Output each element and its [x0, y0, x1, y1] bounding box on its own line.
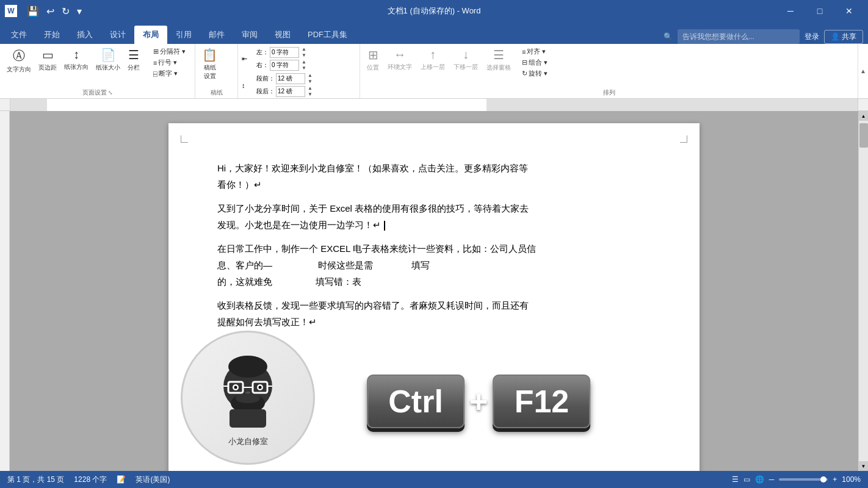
spacing-controls: 段前： ▲ ▼ 段后： ▲ ▼	[256, 73, 314, 98]
indent-left-row: 左： ▲ ▼	[256, 46, 308, 59]
document-scroll-area[interactable]: Hi，大家好！欢迎来到小龙自修室！（如果喜欢，点击关注。更多精彩内容等看你！）↵…	[10, 111, 858, 471]
send-backward-button[interactable]: ↓ 下移一层	[450, 46, 481, 73]
indent-right-down[interactable]: ▼	[300, 65, 308, 71]
tab-view[interactable]: 视图	[266, 26, 299, 44]
tab-insert[interactable]: 插入	[68, 26, 101, 44]
tab-review[interactable]: 审阅	[233, 26, 266, 44]
minimize-button[interactable]: ─	[776, 0, 805, 22]
bring-forward-label: 上移一层	[421, 63, 445, 71]
save-icon[interactable]: 💾	[24, 5, 42, 17]
close-button[interactable]: ✕	[835, 0, 863, 22]
page-setup-body: Ⓐ 文字方向 ▭ 页边距 ↕ 纸张方向 📄 纸张大小 ☰ 分栏	[4, 46, 191, 88]
spacing-before-row: 段前： ▲ ▼	[256, 73, 314, 85]
tab-layout[interactable]: 布局	[134, 26, 167, 44]
scrollbar-thumb[interactable]	[859, 123, 868, 148]
margins-label: 页边距	[38, 63, 57, 72]
hyphenation-button[interactable]: ⌸ 断字 ▾	[151, 68, 188, 79]
group-button[interactable]: ⊟ 组合 ▾	[519, 57, 550, 68]
ribbon-right-area: 🔍 登录 👤 共享	[664, 29, 868, 44]
spacing-before-up[interactable]: ▲	[306, 73, 314, 79]
scroll-up-button[interactable]: ▲	[859, 111, 869, 121]
search-input[interactable]	[678, 29, 800, 44]
scroll-down-button[interactable]: ▼	[859, 461, 869, 471]
zoom-thumb	[820, 476, 826, 483]
tab-design[interactable]: 设计	[101, 26, 134, 44]
paper-size-icon: 📄	[101, 48, 116, 62]
statusbar-right: ☰ ▭ 🌐 ─ + 100%	[732, 475, 861, 484]
svg-rect-1	[10, 99, 47, 111]
text-direction-button[interactable]: Ⓐ 文字方向	[4, 46, 34, 75]
doc-paragraph-2: 又到了小龙分享时间，关于 Excel 表格的使用有很多很的技巧，等待着大家去发现…	[217, 200, 651, 233]
tab-mailings[interactable]: 邮件	[200, 26, 233, 44]
separator-button[interactable]: ⊞ 分隔符 ▾	[151, 46, 188, 57]
doc-paragraph-3: 在日常工作中，制作一个 EXCEL 电子表格来统计一些资料，比如：公司人员信息、…	[217, 240, 651, 290]
paper-size-button[interactable]: 📄 纸张大小	[93, 46, 123, 75]
bring-forward-button[interactable]: ↑ 上移一层	[418, 46, 448, 73]
zoom-out-button[interactable]: ─	[769, 475, 775, 484]
doc-paragraph-4: 收到表格反馈，发现一些要求填写的内容错了。者麻烦又耗误时间，而且还有提醒如何去填…	[217, 297, 651, 330]
indent-left-label: 左：	[256, 48, 269, 57]
indent-right-input[interactable]	[270, 60, 299, 71]
login-button[interactable]: 登录	[805, 32, 819, 42]
layout-ribbon: Ⓐ 文字方向 ▭ 页边距 ↕ 纸张方向 📄 纸张大小 ☰ 分栏	[0, 44, 868, 99]
indent-left-down[interactable]: ▼	[300, 52, 308, 59]
zoom-in-button[interactable]: +	[833, 475, 837, 484]
tab-pdf[interactable]: PDF工具集	[299, 26, 356, 44]
indent-left-up[interactable]: ▲	[300, 46, 308, 52]
selection-pane-button[interactable]: ☰ 选择窗格	[483, 46, 514, 73]
manuscript-footer: 稿纸	[199, 88, 234, 97]
document-content[interactable]: Hi，大家好！欢迎来到小龙自修室！（如果喜欢，点击关注。更多精彩内容等看你！）↵…	[217, 160, 651, 330]
view-layout-icon[interactable]: ▭	[743, 475, 750, 484]
search-icon: 🔍	[664, 32, 673, 41]
spacing-after-row: 段后： ▲ ▼	[256, 85, 314, 98]
text-direction-label: 文字方向	[7, 65, 31, 74]
undo-icon[interactable]: ↩	[44, 5, 57, 17]
arrange-group: ⊞ 位置 ↔ 环绕文字 ↑ 上移一层 ↓ 下移一层 ☰ 选择窗格	[360, 44, 858, 98]
spacing-after-input[interactable]	[276, 86, 305, 97]
orientation-button[interactable]: ↕ 纸张方向	[61, 46, 92, 75]
spacing-after-up[interactable]: ▲	[306, 85, 314, 92]
indent-right-up[interactable]: ▲	[300, 59, 308, 65]
redo-icon[interactable]: ↻	[59, 5, 72, 17]
rotate-button[interactable]: ↻ 旋转 ▾	[519, 68, 550, 79]
manuscript-icon: 📋	[202, 48, 217, 62]
share-button[interactable]: 👤 共享	[824, 30, 863, 44]
ribbon-tab-bar: 文件 开始 插入 设计 布局 引用 邮件 审阅 视图 PDF工具集 🔍 登录 👤…	[0, 22, 868, 44]
edit-mode-icon: 📝	[117, 475, 126, 484]
position-button[interactable]: ⊞ 位置	[364, 46, 382, 73]
paragraph-group: ⇤ 左： ▲ ▼ 右： ▲	[238, 44, 360, 98]
indent-controls: 左： ▲ ▼ 右： ▲ ▼	[256, 46, 308, 71]
manuscript-settings-button[interactable]: 📋 稿纸设置	[199, 46, 220, 82]
qs-dropdown-icon[interactable]: ▾	[74, 5, 84, 17]
zoom-slider[interactable]	[779, 478, 828, 481]
arrange-sub-buttons: ≡ 对齐 ▾ ⊟ 组合 ▾ ↻ 旋转 ▾	[519, 46, 550, 79]
wrap-text-button[interactable]: ↔ 环绕文字	[385, 46, 415, 73]
rotate-label: 旋转 ▾	[529, 69, 548, 78]
window-title: 文档1 (自动保存的) - Word	[388, 5, 481, 16]
scrollbar-track[interactable]	[859, 121, 869, 461]
text-direction-icon: Ⓐ	[13, 48, 25, 64]
restore-button[interactable]: □	[806, 0, 834, 22]
columns-button[interactable]: ☰ 分栏	[125, 46, 143, 75]
indent-left-input[interactable]	[270, 47, 299, 58]
ribbon-collapse-button[interactable]: ▲	[858, 44, 868, 98]
corner-mark-tr	[680, 135, 687, 143]
tab-home[interactable]: 开始	[35, 26, 68, 44]
spacing-before-down[interactable]: ▼	[306, 79, 314, 85]
page-setup-sub-buttons: ⊞ 分隔符 ▾ ≡ 行号 ▾ ⌸ 断字 ▾	[151, 46, 188, 79]
horizontal-ruler	[10, 99, 858, 111]
margins-button[interactable]: ▭ 页边距	[35, 46, 60, 75]
tab-references[interactable]: 引用	[167, 26, 200, 44]
document-page: Hi，大家好！欢迎来到小龙自修室！（如果喜欢，点击关注。更多精彩内容等看你！）↵…	[168, 123, 700, 471]
view-web-icon[interactable]: 🌐	[755, 475, 764, 484]
page-setup-launcher[interactable]: ⤡	[108, 90, 113, 96]
view-normal-icon[interactable]: ☰	[732, 475, 739, 484]
spacing-after-down[interactable]: ▼	[306, 92, 314, 98]
spacing-before-input[interactable]	[276, 73, 305, 84]
hyphenation-icon: ⌸	[153, 70, 157, 77]
keyboard-shortcut-overlay: Ctrl + F12	[367, 375, 590, 428]
tab-file[interactable]: 文件	[2, 26, 35, 44]
share-icon: 👤	[831, 32, 840, 41]
line-number-button[interactable]: ≡ 行号 ▾	[151, 57, 188, 68]
align-button[interactable]: ≡ 对齐 ▾	[519, 46, 550, 57]
